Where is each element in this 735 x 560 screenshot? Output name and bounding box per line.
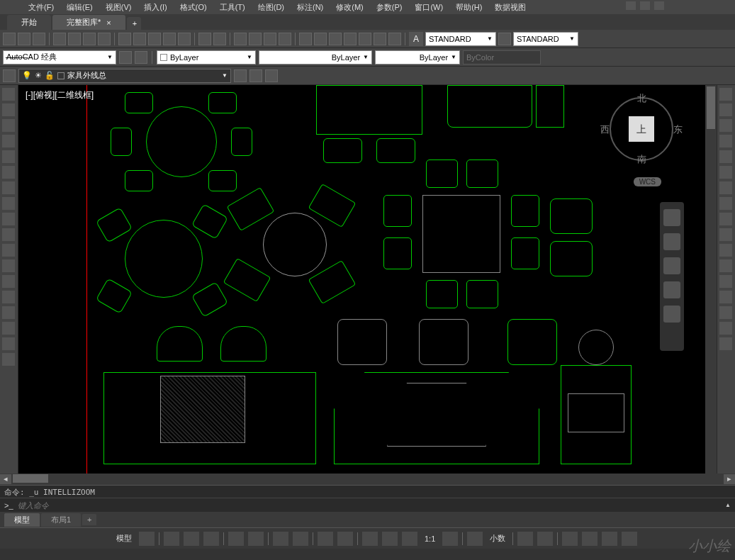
copy-icon[interactable]: [133, 33, 146, 45]
3dosnap-icon[interactable]: [337, 532, 353, 546]
trim-icon[interactable]: [719, 228, 732, 241]
view-cube[interactable]: 上 北 南 东 西: [606, 94, 677, 164]
preview-icon[interactable]: [68, 33, 81, 45]
text-style-select[interactable]: STANDARD▼: [425, 32, 496, 46]
mirror-icon[interactable]: [719, 119, 732, 132]
offset-icon[interactable]: [719, 135, 732, 147]
menu-tools[interactable]: 工具(T): [220, 2, 245, 13]
compass-s[interactable]: 南: [637, 153, 646, 166]
spline-icon[interactable]: [2, 181, 15, 194]
model-tab[interactable]: 模型: [4, 513, 40, 527]
scroll-thumb[interactable]: [13, 474, 48, 483]
scroll-track[interactable]: [11, 474, 724, 484]
extend-icon[interactable]: [719, 244, 732, 257]
circle-icon[interactable]: [2, 166, 15, 179]
draworder-icon[interactable]: [719, 337, 732, 350]
snap-icon[interactable]: [164, 532, 179, 546]
quick-icon[interactable]: [388, 33, 401, 45]
markup-icon[interactable]: [374, 33, 386, 45]
anno-icon[interactable]: [442, 532, 458, 546]
block-icon[interactable]: [2, 244, 15, 257]
design-icon[interactable]: [359, 33, 371, 45]
wcs-label[interactable]: WCS: [634, 177, 661, 186]
insert-icon[interactable]: [2, 228, 15, 241]
arc-icon[interactable]: [2, 150, 15, 163]
menu-dataview[interactable]: 数据视图: [495, 2, 526, 13]
chamfer-icon[interactable]: [719, 291, 732, 303]
custom-icon[interactable]: [622, 532, 637, 546]
rotate-icon[interactable]: [719, 181, 732, 194]
layer-state-icon[interactable]: [234, 69, 247, 82]
orbit-icon[interactable]: [663, 281, 680, 298]
menu-help[interactable]: 帮助(H): [456, 2, 482, 13]
move-icon[interactable]: [719, 166, 732, 179]
region-icon[interactable]: [2, 306, 15, 319]
cut-icon[interactable]: [118, 33, 131, 45]
mtext-icon[interactable]: [2, 337, 15, 350]
menu-format[interactable]: 格式(O): [180, 2, 207, 13]
layout-add-tab[interactable]: +: [82, 514, 96, 525]
zoom-prev-icon[interactable]: [279, 33, 291, 45]
zoom-window-icon[interactable]: [264, 33, 276, 45]
layer-manager-icon[interactable]: [3, 69, 16, 82]
layer-select[interactable]: 💡 ☀ 🔓 家具外线总 ▼: [18, 69, 231, 83]
point-icon[interactable]: [2, 259, 15, 272]
sc-icon[interactable]: [402, 532, 417, 546]
pan-icon[interactable]: [234, 33, 247, 45]
pan-nav-icon[interactable]: [663, 233, 680, 250]
scroll-right-icon[interactable]: ▸: [724, 474, 735, 484]
menu-edit[interactable]: 编辑(E): [67, 2, 93, 13]
ws-grid-icon[interactable]: [135, 51, 147, 64]
block-icon[interactable]: [178, 33, 191, 45]
command-expand-icon[interactable]: ▲: [725, 502, 731, 508]
publish-icon[interactable]: [83, 33, 96, 45]
qp-icon[interactable]: [382, 532, 398, 546]
wheel-icon[interactable]: [663, 209, 680, 226]
save-icon[interactable]: [33, 33, 45, 45]
fillet-icon[interactable]: [719, 306, 732, 319]
stretch-icon[interactable]: [719, 213, 732, 225]
minimize-icon[interactable]: [626, 1, 636, 10]
tab-library[interactable]: 完整图库* ×: [52, 15, 125, 30]
dimstyle-icon[interactable]: [498, 33, 511, 45]
copy2-icon[interactable]: [719, 103, 732, 116]
scroll-thumb[interactable]: [707, 86, 715, 129]
zoom-nav-icon[interactable]: [663, 257, 680, 274]
ellipse-arc-icon[interactable]: [2, 213, 15, 225]
menu-file[interactable]: 文件(F): [28, 2, 54, 13]
hardware-icon[interactable]: [582, 532, 597, 546]
status-model[interactable]: 模型: [113, 533, 135, 544]
gradient-icon[interactable]: [2, 291, 15, 303]
dyn-icon[interactable]: [362, 532, 378, 546]
new-icon[interactable]: [3, 33, 16, 45]
drawing-canvas[interactable]: [18, 85, 705, 474]
tool-palette-icon[interactable]: [329, 33, 342, 45]
plot-icon[interactable]: [98, 33, 111, 45]
line-icon[interactable]: [2, 88, 15, 101]
viewcube-top[interactable]: 上: [629, 116, 654, 142]
color-select[interactable]: ByLayer▼: [157, 50, 256, 65]
osnap-icon[interactable]: [228, 532, 244, 546]
layer-prev-icon[interactable]: [265, 69, 278, 82]
addlight-icon[interactable]: [2, 353, 15, 366]
close-icon[interactable]: [654, 1, 664, 10]
layer-iso-icon[interactable]: [249, 69, 262, 82]
props-icon[interactable]: [299, 33, 312, 45]
redo-icon[interactable]: [213, 33, 226, 45]
tab-add[interactable]: +: [127, 17, 141, 30]
menu-param[interactable]: 参数(P): [376, 2, 403, 13]
otrack-icon[interactable]: [248, 532, 264, 546]
explode-icon[interactable]: [719, 322, 732, 335]
ws-gear-icon[interactable]: [119, 51, 132, 64]
ellipse-icon[interactable]: [2, 197, 15, 210]
print-icon[interactable]: [53, 33, 66, 45]
zoom-icon[interactable]: [249, 33, 262, 45]
break-icon[interactable]: [719, 259, 732, 272]
textstyle-icon[interactable]: A: [409, 32, 423, 46]
table-icon[interactable]: [2, 322, 15, 335]
compass-w[interactable]: 西: [600, 123, 610, 136]
sheet-icon[interactable]: [314, 33, 327, 45]
viewport-label[interactable]: [-][俯视][二维线框]: [26, 89, 94, 101]
lock-ui-icon[interactable]: [537, 532, 553, 546]
compass-e[interactable]: 东: [673, 123, 683, 136]
